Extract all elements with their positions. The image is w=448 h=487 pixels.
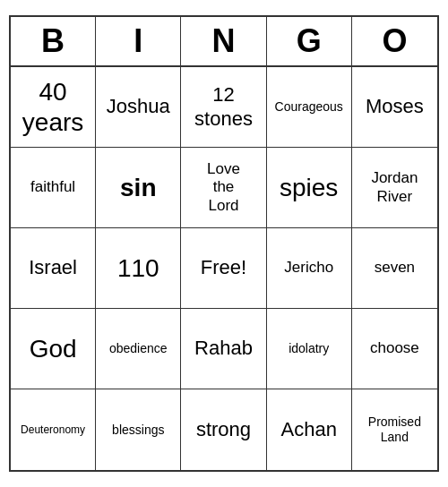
bingo-cell-r3-c4: choose	[352, 309, 437, 389]
cell-text-r4-c3: Achan	[281, 418, 337, 441]
bingo-cell-r1-c1: sin	[96, 148, 181, 228]
bingo-card: BINGO 40 yearsJoshua12 stonesCourageousM…	[9, 15, 439, 472]
bingo-cell-r0-c4: Moses	[352, 67, 437, 148]
cell-text-r4-c0: Deuteronomy	[21, 423, 85, 436]
cell-text-r4-c4: Promised Land	[368, 414, 421, 445]
bingo-header: BINGO	[11, 17, 437, 67]
cell-text-r4-c1: blessings	[112, 423, 164, 438]
bingo-grid: 40 yearsJoshua12 stonesCourageousMosesfa…	[11, 67, 437, 470]
bingo-cell-r1-c4: Jordan River	[352, 148, 437, 228]
cell-text-r1-c3: spies	[280, 173, 338, 203]
bingo-cell-r4-c4: Promised Land	[352, 389, 437, 470]
header-letter-g: G	[267, 17, 352, 65]
bingo-cell-r3-c3: idolatry	[267, 309, 352, 389]
bingo-cell-r3-c2: Rahab	[181, 309, 266, 389]
bingo-cell-r4-c2: strong	[181, 389, 266, 470]
bingo-cell-r2-c3: Jericho	[267, 228, 352, 309]
cell-text-r3-c3: idolatry	[289, 341, 329, 356]
bingo-cell-r2-c1: 110	[96, 228, 181, 309]
bingo-cell-r0-c0: 40 years	[11, 67, 96, 148]
bingo-cell-r1-c2: Love the Lord	[181, 148, 266, 228]
cell-text-r1-c0: faithful	[30, 178, 75, 196]
cell-text-r3-c0: God	[30, 334, 77, 364]
cell-text-r0-c2: 12 stones	[194, 83, 253, 131]
cell-text-r3-c4: choose	[370, 339, 419, 357]
cell-text-r1-c2: Love the Lord	[207, 160, 240, 215]
cell-text-r0-c3: Courageous	[275, 99, 343, 115]
header-letter-n: N	[181, 17, 266, 65]
bingo-cell-r0-c2: 12 stones	[181, 67, 266, 148]
cell-text-r2-c4: seven	[375, 259, 415, 277]
bingo-cell-r2-c4: seven	[352, 228, 437, 309]
header-letter-b: B	[11, 17, 96, 65]
cell-text-r2-c1: 110	[117, 253, 159, 284]
cell-text-r0-c0: 40 years	[22, 77, 83, 137]
bingo-cell-r0-c1: Joshua	[96, 67, 181, 148]
bingo-cell-r0-c3: Courageous	[267, 67, 352, 148]
bingo-cell-r1-c3: spies	[267, 148, 352, 228]
bingo-cell-r2-c2: Free!	[181, 228, 266, 309]
bingo-cell-r3-c1: obedience	[96, 309, 181, 389]
cell-text-r2-c3: Jericho	[284, 259, 333, 277]
bingo-cell-r1-c0: faithful	[11, 148, 96, 228]
bingo-cell-r4-c3: Achan	[267, 389, 352, 470]
cell-text-r3-c1: obedience	[109, 341, 168, 356]
header-letter-o: O	[352, 17, 437, 65]
cell-text-r2-c0: Israel	[29, 256, 77, 279]
cell-text-r0-c1: Joshua	[107, 95, 170, 118]
bingo-cell-r4-c0: Deuteronomy	[11, 389, 96, 470]
header-letter-i: I	[96, 17, 181, 65]
bingo-cell-r4-c1: blessings	[96, 389, 181, 470]
cell-text-r3-c2: Rahab	[194, 337, 253, 360]
bingo-cell-r2-c0: Israel	[11, 228, 96, 309]
bingo-cell-r3-c0: God	[11, 309, 96, 389]
cell-text-r2-c2: Free!	[201, 256, 246, 279]
cell-text-r1-c1: sin	[120, 173, 156, 203]
cell-text-r1-c4: Jordan River	[371, 169, 418, 206]
cell-text-r0-c4: Moses	[366, 95, 424, 118]
cell-text-r4-c2: strong	[196, 418, 251, 441]
